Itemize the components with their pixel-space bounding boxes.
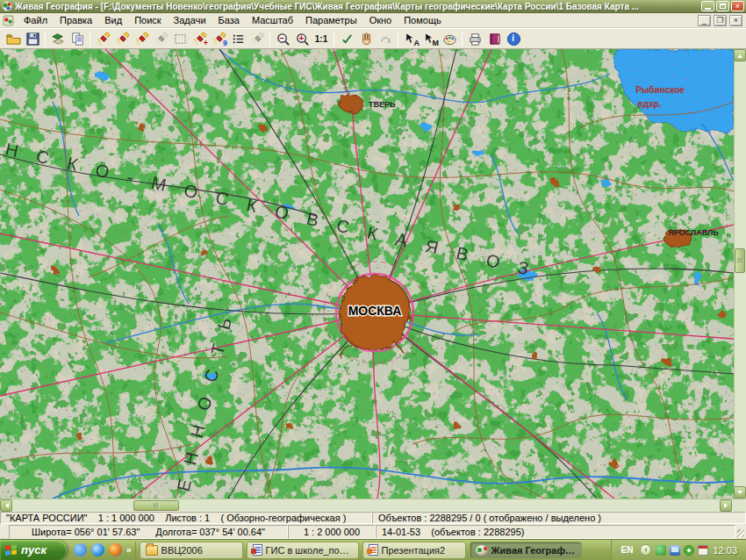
task-label: ГИС в школе_полна... [266, 545, 353, 556]
menu-item-7[interactable]: Параметры [299, 14, 363, 26]
search-number-button[interactable]: 9 [209, 30, 228, 47]
word-document-icon [253, 544, 262, 556]
taskbar-task-2[interactable]: Презентация2 [362, 542, 466, 559]
menu-item-8[interactable]: Окно [363, 14, 398, 26]
toolbar-separator [269, 31, 270, 47]
zoom-out-button[interactable]: − [273, 30, 292, 47]
window-title: Живая География - [F:\Документы Новенко\… [15, 2, 699, 11]
toolbar: +9−+1:1AMi [0, 28, 746, 49]
search-disabled-button[interactable] [151, 30, 170, 47]
tray-chevron-icon[interactable]: ‹ [640, 544, 651, 556]
zoom-in-button[interactable]: + [292, 30, 312, 47]
taskbar-task-3[interactable]: Живая География [470, 542, 582, 559]
longitude-value: Долгота= 037° 54' 00.64" [155, 527, 265, 537]
quick-launch-ie-icon[interactable] [91, 543, 104, 556]
map-name-scale-status: "КАРТА РОССИИ" 1 : 1 000 000 Листов : 1 … [0, 512, 372, 524]
menu-item-6[interactable]: Масштаб [246, 14, 299, 26]
task-buttons: ВВЦ2006ГИС в школе_полна...Презентация2Ж… [140, 542, 582, 559]
mdi-minimize-button[interactable]: _ [698, 15, 711, 26]
start-label: пуск [21, 543, 47, 556]
scroll-left-button[interactable] [0, 499, 12, 512]
pan-hand-button[interactable] [356, 30, 376, 47]
quick-launch-media-player-icon[interactable] [109, 543, 122, 556]
map-canvas[interactable]: МОСКВА ТВЕРЬ ЯРОСЛАВЛЬ Рыбинское вдхр. Н… [0, 49, 734, 499]
horizontal-scroll-thumb[interactable] [133, 500, 179, 511]
label-m-tool-button[interactable]: M [420, 30, 440, 47]
taskbar: пуск » ВВЦ2006ГИС в школе_полна...Презен… [0, 539, 746, 560]
latitude-value: Широта= 056° 01' 57.63" [32, 527, 140, 537]
app-icon [476, 545, 488, 556]
task-label: ВВЦ2006 [161, 545, 203, 556]
toolbar-separator [462, 31, 463, 47]
select-area-button[interactable] [170, 30, 190, 47]
view-scale-value: 1 : 2 000 000 [288, 525, 376, 539]
menu-item-4[interactable]: Задачи [168, 14, 212, 26]
map-design-palette-button[interactable] [440, 30, 459, 47]
mdi-window-controls: _ ❐ × [698, 15, 746, 26]
task-label: Презентация2 [382, 545, 446, 556]
taskbar-task-0[interactable]: ВВЦ2006 [140, 542, 243, 559]
label-a-tool-button[interactable]: A [401, 30, 420, 47]
object-count-status: Объектов : 2288295 / 0 ( отображено / вы… [372, 512, 746, 524]
menu-item-2[interactable]: Вид [98, 14, 128, 26]
print-button[interactable] [465, 30, 484, 47]
horizontal-scrollbar[interactable] [0, 499, 746, 511]
scroll-up-button[interactable] [734, 49, 746, 61]
toolbar-separator [398, 31, 398, 47]
about-info-button[interactable]: i [504, 30, 523, 47]
map-layers-button[interactable] [48, 30, 68, 47]
maximize-button[interactable] [716, 1, 729, 11]
save-map-button[interactable] [23, 30, 42, 47]
antivirus-tray-icon[interactable] [656, 545, 666, 556]
taskbar-task-1[interactable]: ГИС в школе_полна... [247, 542, 359, 559]
tray-icons [656, 545, 708, 556]
mail-tray-icon[interactable] [698, 545, 708, 556]
scale-1-1-button[interactable]: 1:1 [312, 30, 331, 47]
close-button[interactable]: × [731, 1, 744, 11]
search-clear-button[interactable] [247, 30, 267, 47]
language-indicator[interactable]: EN [619, 544, 636, 556]
task-label: Живая География [491, 545, 576, 556]
menu-item-0[interactable]: Файл [18, 14, 54, 26]
copy-map-button[interactable] [68, 30, 87, 47]
search-add-button[interactable]: + [190, 30, 209, 47]
mdi-restore-button[interactable]: ❐ [714, 15, 727, 26]
menu-items: ФайлПравкаВидПоискЗадачиБазаМасштабПарам… [18, 14, 448, 26]
network-tray-icon[interactable] [670, 545, 680, 556]
atlas-book-button[interactable] [484, 30, 504, 47]
quick-launch-app-icon[interactable] [74, 543, 87, 556]
minimize-button[interactable] [701, 1, 714, 11]
menu-item-5[interactable]: База [212, 14, 246, 26]
menu-item-3[interactable]: Поиск [128, 14, 167, 26]
search-object-button[interactable] [93, 30, 112, 47]
reservoir-label-line1: Рыбинское [635, 85, 685, 95]
quick-launch-bar: » [70, 542, 136, 559]
select-tool-button[interactable] [337, 30, 356, 47]
start-button[interactable]: пуск [0, 540, 67, 560]
app-icon [2, 1, 12, 11]
search-attribute-button[interactable] [112, 30, 132, 47]
time-objects-status: 14-01-53 (объектов : 2288295) [376, 525, 735, 539]
mdi-close-button[interactable]: × [729, 15, 742, 26]
menu-item-9[interactable]: Помощь [398, 14, 448, 26]
redo-view-button[interactable] [376, 30, 395, 47]
reservoir-label-line2: вдхр. [638, 99, 662, 109]
taskbar-clock[interactable]: 12:03 [713, 545, 741, 556]
quick-launch-more-chevron[interactable]: » [126, 545, 132, 555]
scrollbar-corner [734, 499, 746, 512]
scroll-down-button[interactable] [734, 486, 746, 499]
vertical-scroll-thumb[interactable] [735, 248, 745, 273]
resize-grip[interactable] [735, 525, 746, 539]
scroll-right-button[interactable] [720, 499, 732, 512]
messenger-tray-icon[interactable] [684, 545, 694, 556]
toolbar-separator [45, 31, 46, 47]
windows-logo-icon [5, 544, 18, 556]
search-selected-button[interactable] [132, 30, 151, 47]
map-viewport[interactable]: МОСКВА ТВЕРЬ ЯРОСЛАВЛЬ Рыбинское вдхр. Н… [0, 49, 746, 499]
open-map-button[interactable] [4, 30, 23, 47]
vertical-scrollbar[interactable] [734, 49, 746, 499]
menu-item-1[interactable]: Правка [54, 14, 98, 26]
folder-icon [146, 545, 158, 556]
object-list-button[interactable] [228, 30, 247, 47]
document-icon [3, 15, 14, 26]
